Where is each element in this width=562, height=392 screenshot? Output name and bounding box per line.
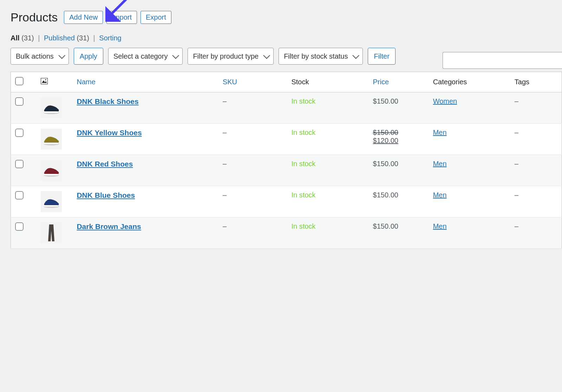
filter-button[interactable]: Filter xyxy=(368,48,395,65)
price-current: $150.00 xyxy=(373,160,398,168)
table-row: Dark Brown Jeans–In stock$150.00Men– xyxy=(11,217,562,249)
table-row: DNK Black Shoes–In stock$150.00Women– xyxy=(11,92,562,124)
svg-marker-2 xyxy=(42,80,47,83)
column-sku[interactable]: SKU xyxy=(218,72,287,92)
category-link[interactable]: Men xyxy=(433,129,447,136)
chevron-down-icon xyxy=(263,52,270,59)
chevron-down-icon xyxy=(172,52,179,59)
table-row: DNK Red Shoes–In stock$150.00Men– xyxy=(11,155,562,186)
category-link[interactable]: Men xyxy=(433,160,447,168)
stock-status: In stock xyxy=(291,222,315,230)
product-name-link[interactable]: DNK Blue Shoes xyxy=(77,191,135,199)
sku-value: – xyxy=(223,97,227,105)
tags-value: – xyxy=(515,129,518,136)
row-checkbox[interactable] xyxy=(15,97,24,106)
price-current: $150.00 xyxy=(373,97,398,105)
product-thumbnail[interactable] xyxy=(41,129,62,150)
add-new-button[interactable]: Add New xyxy=(64,11,103,24)
filter-all[interactable]: All (31) xyxy=(11,34,36,42)
product-name-link[interactable]: DNK Red Shoes xyxy=(77,160,133,168)
price-current: $120.00 xyxy=(373,137,425,145)
row-checkbox[interactable] xyxy=(15,160,24,168)
filter-published[interactable]: Published (31) xyxy=(44,34,91,42)
category-select[interactable]: Select a category xyxy=(108,48,183,65)
svg-rect-12 xyxy=(44,174,58,175)
tags-value: – xyxy=(515,191,518,199)
row-checkbox[interactable] xyxy=(15,191,24,200)
apply-button[interactable]: Apply xyxy=(74,48,103,65)
svg-rect-6 xyxy=(44,111,58,113)
price-current: $150.00 xyxy=(373,191,398,199)
chevron-down-icon xyxy=(353,52,360,59)
chevron-down-icon xyxy=(58,52,65,59)
category-link[interactable]: Men xyxy=(433,191,447,199)
tags-value: – xyxy=(515,222,518,230)
image-icon xyxy=(41,78,48,84)
column-categories: Categories xyxy=(429,72,510,92)
bulk-actions-select[interactable]: Bulk actions xyxy=(11,48,69,65)
stock-status-select[interactable]: Filter by stock status xyxy=(279,48,363,65)
column-stock: Stock xyxy=(287,72,368,92)
import-button[interactable]: Import xyxy=(106,11,137,24)
sku-value: – xyxy=(223,160,227,168)
sku-value: – xyxy=(223,222,227,230)
tags-value: – xyxy=(515,97,518,105)
product-thumbnail[interactable] xyxy=(41,97,62,118)
filter-sorting[interactable]: Sorting xyxy=(99,34,121,42)
stock-status: In stock xyxy=(291,97,315,105)
product-thumbnail[interactable] xyxy=(41,160,62,181)
column-price[interactable]: Price xyxy=(369,72,429,92)
tags-value: – xyxy=(515,160,518,168)
sku-value: – xyxy=(223,129,227,136)
column-tags: Tags xyxy=(510,72,562,92)
search-input[interactable] xyxy=(443,52,562,69)
stock-status: In stock xyxy=(291,160,315,168)
row-checkbox[interactable] xyxy=(15,129,24,137)
product-name-link[interactable]: DNK Yellow Shoes xyxy=(77,129,142,137)
price-old: $150.00 xyxy=(373,129,398,136)
row-checkbox[interactable] xyxy=(15,222,24,231)
product-thumbnail[interactable] xyxy=(41,222,62,243)
svg-rect-1 xyxy=(41,78,48,84)
category-link[interactable]: Men xyxy=(433,222,447,230)
product-thumbnail[interactable] xyxy=(41,191,62,212)
svg-point-3 xyxy=(45,79,46,80)
product-name-link[interactable]: DNK Black Shoes xyxy=(77,97,138,105)
page-title: Products xyxy=(11,11,58,24)
table-row: DNK Yellow Shoes–In stock$150.00$120.00M… xyxy=(11,124,562,155)
column-image xyxy=(37,72,73,92)
product-type-select[interactable]: Filter by product type xyxy=(188,48,274,65)
sku-value: – xyxy=(223,191,227,199)
table-row: DNK Blue Shoes–In stock$150.00Men– xyxy=(11,186,562,217)
svg-rect-9 xyxy=(44,143,58,144)
category-link[interactable]: Women xyxy=(433,97,457,105)
export-button[interactable]: Export xyxy=(140,11,171,24)
svg-rect-15 xyxy=(44,205,58,207)
products-table: Name SKU Stock Price Categories Tags DNK… xyxy=(11,72,562,249)
stock-status: In stock xyxy=(291,191,315,199)
price-current: $150.00 xyxy=(373,222,398,230)
column-name[interactable]: Name xyxy=(72,72,218,92)
stock-status: In stock xyxy=(291,129,315,136)
select-all-checkbox[interactable] xyxy=(15,77,24,85)
product-name-link[interactable]: Dark Brown Jeans xyxy=(77,222,141,230)
view-filter-links: All (31) | Published (31) | Sorting xyxy=(11,34,562,42)
